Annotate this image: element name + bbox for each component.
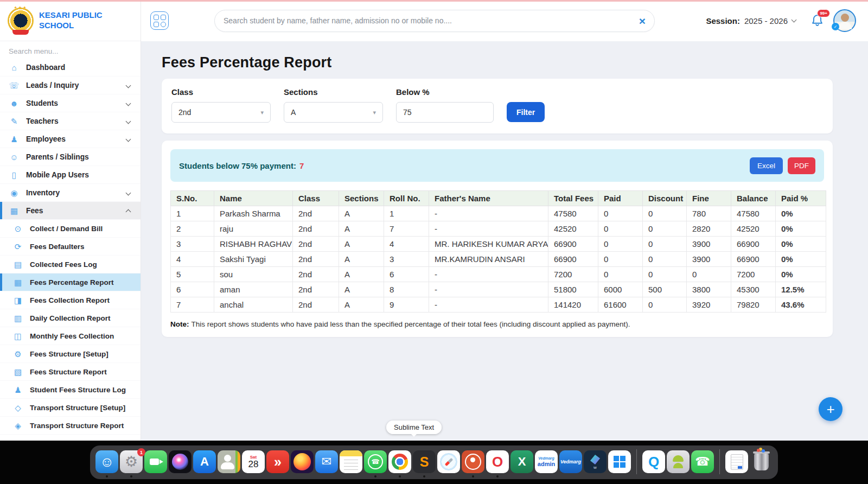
sidebar-item-fees-structure-report[interactable]: ▧Fees Structure Report xyxy=(0,363,141,381)
column-header: Fine xyxy=(687,191,731,206)
session-selector[interactable]: Session: 2025 - 2026 xyxy=(706,16,799,26)
contacts-icon[interactable] xyxy=(218,450,240,473)
vedmarg-admin-icon[interactable]: Vedmargadmin xyxy=(535,450,558,473)
column-header: Father's Name xyxy=(429,191,548,206)
monthly-fees-collection-icon: ◫ xyxy=(12,332,23,340)
class-select[interactable]: 2nd xyxy=(171,102,271,123)
teachers-icon: ✎ xyxy=(9,117,20,125)
filter-button[interactable]: Filter xyxy=(507,102,545,122)
grid-circle-icon xyxy=(161,22,166,27)
trash-icon[interactable] xyxy=(750,450,773,473)
employees-icon: ♟ xyxy=(9,135,20,143)
cell-balance: 66900 xyxy=(731,237,776,252)
below-percent-input[interactable] xyxy=(396,102,494,123)
app-store-icon[interactable]: A xyxy=(193,450,216,473)
cell-roll: 9 xyxy=(384,297,429,313)
sidebar-item-daily-collection-report[interactable]: ▥Daily Collection Report xyxy=(0,309,141,327)
windows-icon[interactable] xyxy=(608,450,631,473)
cell-sec: A xyxy=(339,206,384,221)
sidebar-item-label: Collected Fees Log xyxy=(30,260,133,269)
cell-sec: A xyxy=(339,282,384,297)
sidebar-item-inventory[interactable]: ◉Inventory xyxy=(0,184,141,202)
add-fab-button[interactable]: + xyxy=(819,397,843,421)
top-accent-line xyxy=(0,0,868,2)
sidebar-item-transport-structure-report[interactable]: ◈Transport Structure Report xyxy=(0,417,141,435)
sidebar-item-dashboard[interactable]: ⌂Dashboard xyxy=(0,59,141,77)
student-search-input[interactable] xyxy=(224,16,639,25)
cell-pct: 0% xyxy=(776,267,826,282)
sidebar-item-leads-inquiry[interactable]: ☏Leads / Inquiry xyxy=(0,77,141,94)
cell-sec: A xyxy=(339,221,384,237)
filmora-icon[interactable]: w xyxy=(584,450,607,473)
notifications-bell-icon[interactable]: 99+ xyxy=(810,13,825,28)
user-avatar[interactable] xyxy=(833,9,856,32)
clipboard-icon[interactable] xyxy=(725,450,748,473)
sublime-text-icon[interactable]: S xyxy=(413,450,436,473)
logo-block[interactable]: KESARI PUBLIC SCHOOL xyxy=(0,0,141,41)
android-icon[interactable] xyxy=(667,450,690,473)
cell-cls: 2nd xyxy=(293,221,339,237)
anydesk-icon[interactable] xyxy=(266,450,289,473)
duckduckgo-icon[interactable] xyxy=(462,450,484,473)
apps-grid-icon[interactable] xyxy=(150,11,169,30)
sidebar-item-transport-structure-setup[interactable]: ◇Transport Structure [Setup] xyxy=(0,399,141,417)
opera-icon[interactable]: O xyxy=(486,450,509,473)
sidebar-item-teachers[interactable]: ✎Teachers xyxy=(0,112,141,130)
sidebar-item-label: Inventory xyxy=(26,189,120,197)
below-percent-group: Below % xyxy=(396,87,494,123)
sidebar-item-label: Fees Structure [Setup] xyxy=(30,350,133,358)
cell-discount: 0 xyxy=(643,252,687,267)
notes-icon[interactable] xyxy=(340,450,362,473)
sidebar-item-fees-structure-setup[interactable]: ⚙Fees Structure [Setup] xyxy=(0,345,141,363)
sidebar-item-collected-fees-log[interactable]: ▤Collected Fees Log xyxy=(0,256,141,273)
sidebar-item-parents-siblings[interactable]: ☺Parents / Siblings xyxy=(0,148,141,166)
cell-sno: 2 xyxy=(171,221,214,237)
facetime-icon[interactable] xyxy=(144,450,167,473)
safari-icon[interactable] xyxy=(437,450,460,473)
clear-search-icon[interactable] xyxy=(639,15,646,27)
quicktime-icon[interactable]: Q xyxy=(642,450,665,473)
sidebar-item-employees[interactable]: ♟Employees xyxy=(0,130,141,148)
sidebar-item-students[interactable]: ☻Students xyxy=(0,94,141,112)
finder-icon[interactable] xyxy=(95,450,118,473)
excel-button[interactable]: Excel xyxy=(750,157,783,174)
sidebar-item-monthly-fees-collection[interactable]: ◫Monthly Fees Collection xyxy=(0,327,141,345)
chevron-down-icon xyxy=(126,190,131,195)
siri-icon[interactable] xyxy=(169,450,192,473)
filter-card: Class 2nd Sections A Below % Filter xyxy=(162,79,833,133)
below-percent-label: Below % xyxy=(396,87,494,97)
cell-cls: 2nd xyxy=(293,297,339,313)
sidebar-item-student-fees-structure-log[interactable]: ♟Student Fees Structure Log xyxy=(0,381,141,399)
sidebar-item-fees-defaulters[interactable]: ⟳Fees Defaulters xyxy=(0,238,141,256)
sidebar-item-label: Fees xyxy=(26,207,120,215)
sidebar-item-mobile-app-users[interactable]: ▯Mobile App Users xyxy=(0,166,141,184)
sidebar-search-input[interactable] xyxy=(9,47,132,55)
sidebar-item-fees[interactable]: ▦Fees xyxy=(0,202,141,220)
firefox-icon[interactable] xyxy=(291,450,314,473)
sidebar-item-fees-collection-report[interactable]: ◨Fees Collection Report xyxy=(0,291,141,309)
sections-select-value: A xyxy=(291,108,296,117)
sidebar-item-label: Transport Structure Report xyxy=(30,422,133,430)
chevron-down-icon xyxy=(126,136,131,142)
inventory-icon: ◉ xyxy=(9,189,20,197)
topbar: Session: 2025 - 2026 99+ xyxy=(141,0,868,41)
pdf-button[interactable]: PDF xyxy=(788,157,815,174)
calendar-icon[interactable]: Sat28 xyxy=(242,450,265,473)
whatsapp-icon[interactable] xyxy=(364,450,387,473)
system-settings-icon[interactable]: 1 xyxy=(120,450,143,473)
mail-icon[interactable] xyxy=(315,450,338,473)
students-icon: ☻ xyxy=(9,99,20,107)
sidebar-item-fees-percentage-report[interactable]: ▦Fees Percentage Report xyxy=(0,273,141,291)
session-label: Session: xyxy=(706,16,740,26)
phone-icon[interactable] xyxy=(691,450,714,473)
chrome-icon[interactable] xyxy=(388,450,411,473)
chevron-down-icon xyxy=(126,118,131,124)
excel-icon[interactable]: X xyxy=(510,450,533,473)
report-note: Note:This report shows students who have… xyxy=(170,320,824,328)
grid-square-icon xyxy=(154,15,159,20)
vedmarg-icon[interactable]: Vedmarg xyxy=(559,450,582,473)
cell-discount: 0 xyxy=(643,221,687,237)
cell-father: - xyxy=(429,297,548,313)
sidebar-item-collect-demand-bill[interactable]: ⊙Collect / Demand Bill xyxy=(0,220,141,238)
sections-select[interactable]: A xyxy=(284,102,383,123)
